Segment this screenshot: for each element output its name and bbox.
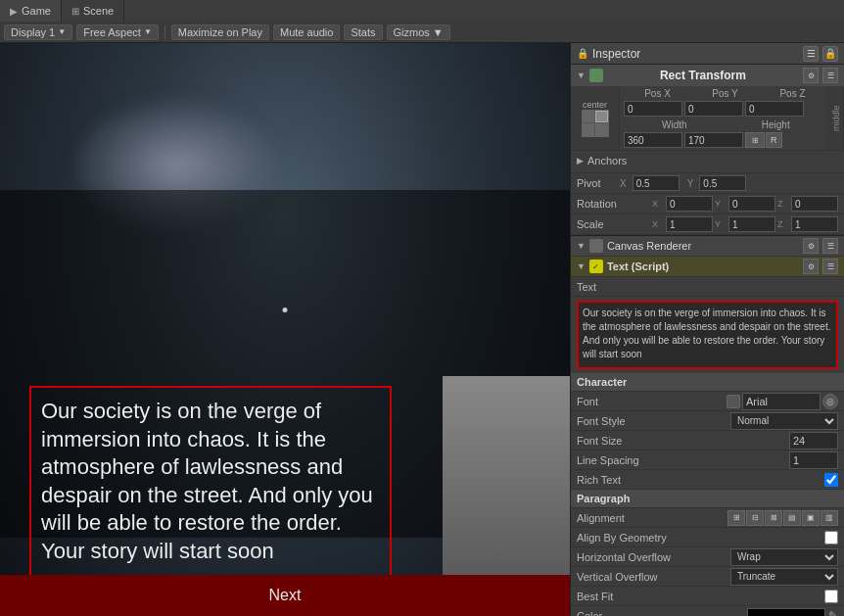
rotation-row: Rotation X Y Z (571, 194, 844, 214)
horiz-overflow-label: Horizontal Overflow (577, 551, 730, 563)
best-fit-row: Best Fit (571, 587, 844, 606)
maximize-on-play-btn[interactable]: Maximize on Play (171, 24, 269, 40)
scale-x-input[interactable] (666, 216, 713, 232)
scale-y-input[interactable] (728, 216, 775, 232)
font-input[interactable] (742, 393, 821, 410)
paragraph-section-header: Paragraph (571, 490, 844, 508)
color-picker-icon[interactable]: ✎ (828, 609, 838, 617)
rot-x-input[interactable] (666, 196, 713, 212)
pos-x-input[interactable] (624, 101, 682, 117)
align-center-mid-btn[interactable]: ▣ (802, 510, 820, 526)
align-left-top-btn[interactable]: ⊞ (727, 510, 745, 526)
tab-scene-label: Scene (83, 5, 114, 17)
next-button-area[interactable]: Next (0, 575, 570, 616)
scale-row: Scale X Y Z (571, 214, 844, 235)
anchors-label: Anchors (587, 155, 627, 166)
font-target-btn[interactable]: ◎ (822, 394, 838, 409)
rot-y-input[interactable] (728, 196, 775, 212)
text-script-menu-btn[interactable]: ☰ (822, 259, 838, 274)
font-style-label: Font Style (577, 415, 730, 427)
line-spacing-label: Line Spacing (577, 454, 789, 466)
mute-audio-btn[interactable]: Mute audio (273, 24, 340, 40)
section-arrow: ▼ (577, 71, 586, 80)
middle-label: middle (828, 86, 844, 150)
color-swatch[interactable] (747, 608, 825, 617)
tab-scene[interactable]: ⊞ Scene (62, 0, 124, 22)
game-icon: ▶ (10, 6, 18, 17)
align-right-mid-btn[interactable]: ▥ (821, 510, 838, 526)
rect-settings-btn[interactable]: ⚙ (803, 68, 819, 83)
gizmos-btn[interactable]: Gizmos ▼ (387, 24, 450, 40)
inspector-menu-btn[interactable]: ☰ (803, 46, 819, 62)
anchors-section: ▶ Anchors (571, 151, 844, 173)
font-picker-icon[interactable] (727, 395, 740, 408)
lock-icon: 🔒 (577, 48, 588, 59)
width-header: Width (626, 119, 724, 130)
aspect-selector[interactable]: Free Aspect ▼ (76, 24, 159, 40)
canvas-menu-btn[interactable]: ☰ (822, 238, 838, 254)
alignment-label: Alignment (577, 512, 727, 524)
reset-btn[interactable]: R (766, 132, 782, 148)
rich-text-label: Rich Text (577, 474, 824, 486)
rect-menu-btn[interactable]: ☰ (822, 68, 838, 83)
pos-section: center Pos X Pos Y Pos Z (571, 86, 844, 151)
height-header: Height (727, 119, 825, 130)
game-view: Our society is on the verge of immersion… (0, 43, 570, 616)
pivot-y-input[interactable] (699, 175, 746, 191)
horiz-overflow-select[interactable]: Wrap (730, 548, 838, 566)
font-row: Font ◎ (571, 392, 844, 411)
anchor-widget[interactable] (582, 110, 609, 137)
canvas-icon (589, 239, 603, 253)
rot-z-input[interactable] (791, 196, 838, 212)
align-center-top-btn[interactable]: ⊟ (746, 510, 764, 526)
font-size-row: Font Size (571, 431, 844, 450)
rect-transform-section: ▼ Rect Transform ⚙ ☰ center (571, 65, 844, 236)
display-selector[interactable]: Display 1 ▼ (4, 24, 72, 40)
canvas-settings-btn[interactable]: ⚙ (803, 238, 819, 254)
pivot-x-input[interactable] (633, 175, 680, 191)
pivot-row: Pivot X Y (571, 173, 844, 194)
pos-y-header: Pos Y (693, 88, 757, 99)
pos-x-header: Pos X (626, 88, 689, 99)
center-label: center (583, 100, 607, 110)
paragraph-label: Paragraph (577, 493, 630, 504)
font-label: Font (577, 396, 727, 407)
align-left-mid-btn[interactable]: ▤ (783, 510, 801, 526)
line-spacing-row: Line Spacing (571, 450, 844, 470)
stats-btn[interactable]: Stats (344, 24, 382, 40)
right-image (443, 376, 570, 601)
font-style-select[interactable]: Normal (730, 412, 838, 430)
width-input[interactable] (624, 132, 682, 148)
tab-game[interactable]: ▶ Game (0, 0, 62, 22)
text-script-icon: ✓ (589, 260, 603, 273)
alignment-row: Alignment ⊞ ⊟ ⊠ ▤ ▣ ▥ (571, 508, 844, 528)
text-script-section: ▼ ✓ Text (Script) ⚙ ☰ (571, 257, 844, 277)
pos-z-input[interactable] (745, 101, 804, 117)
align-right-top-btn[interactable]: ⊠ (765, 510, 782, 526)
tab-game-label: Game (22, 5, 51, 17)
line-spacing-input[interactable] (789, 451, 838, 469)
vert-overflow-select[interactable]: Truncate (730, 568, 838, 586)
text-script-arrow: ▼ (577, 261, 586, 271)
text-preview-content: Our society is on the verge of immersion… (583, 308, 830, 359)
rect-transform-header: ▼ Rect Transform ⚙ ☰ (571, 65, 844, 86)
separator (164, 25, 165, 39)
horiz-overflow-row: Horizontal Overflow Wrap (571, 547, 844, 567)
character-label: Character (577, 376, 627, 388)
toolbar: Display 1 ▼ Free Aspect ▼ Maximize on Pl… (0, 22, 844, 43)
inspector-lock-btn[interactable]: 🔒 (822, 46, 838, 62)
rich-text-checkbox[interactable] (824, 473, 838, 487)
lock-ratio-btn[interactable]: ⊞ (745, 132, 765, 148)
text-preview-box[interactable]: Our society is on the verge of immersion… (577, 301, 838, 369)
height-input[interactable] (684, 132, 743, 148)
text-script-settings-btn[interactable]: ⚙ (803, 259, 819, 274)
best-fit-checkbox[interactable] (824, 590, 838, 603)
scale-z-input[interactable] (791, 216, 838, 232)
vert-overflow-label: Vertical Overflow (577, 571, 730, 583)
font-size-input[interactable] (789, 432, 838, 450)
canvas-arrow: ▼ (577, 241, 586, 251)
text-label: Text (577, 281, 838, 293)
align-by-geom-checkbox[interactable] (824, 531, 838, 545)
pivot-y-label: Y (687, 178, 694, 189)
pos-y-input[interactable] (684, 101, 743, 117)
